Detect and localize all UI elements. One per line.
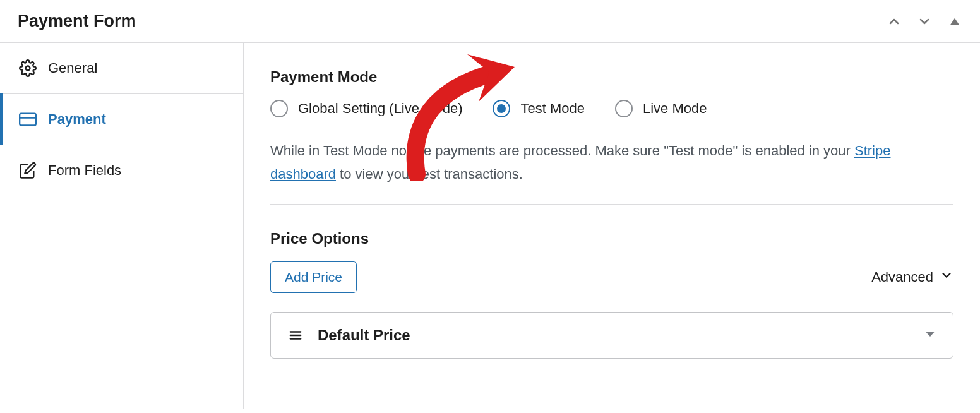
payment-mode-radios: Global Setting (Live Mode) Test Mode Liv…	[270, 100, 953, 117]
sidebar-item-label: Form Fields	[48, 162, 121, 179]
price-item-default[interactable]: Default Price	[270, 312, 953, 359]
price-options-title: Price Options	[270, 230, 953, 248]
sidebar-item-label: Payment	[48, 111, 106, 128]
panel-move-up-icon[interactable]	[887, 14, 902, 29]
chevron-down-icon	[940, 268, 953, 286]
panel-move-down-icon[interactable]	[917, 14, 932, 29]
gear-icon	[19, 59, 37, 77]
add-price-button[interactable]: Add Price	[270, 261, 357, 293]
price-options-header-row: Add Price Advanced	[270, 261, 953, 293]
radio-icon	[493, 100, 510, 117]
svg-marker-0	[950, 18, 960, 25]
advanced-toggle[interactable]: Advanced	[871, 268, 953, 286]
radio-label: Live Mode	[643, 100, 707, 117]
panel-collapse-icon[interactable]	[947, 14, 962, 29]
sidebar: General Payment Form Fields	[0, 43, 244, 409]
panel-header: Payment Form	[0, 0, 980, 43]
sidebar-item-label: General	[48, 60, 97, 76]
svg-point-1	[26, 66, 30, 71]
helper-text-before: While in Test Mode no live payments are …	[270, 143, 854, 159]
card-icon	[19, 111, 37, 128]
main-content: Payment Mode Global Setting (Live Mode) …	[244, 43, 980, 409]
helper-text-after: to view your test transactions.	[336, 166, 523, 182]
radio-global-setting[interactable]: Global Setting (Live Mode)	[270, 100, 462, 117]
divider	[270, 204, 953, 205]
drag-handle-icon[interactable]	[289, 328, 302, 342]
radio-label: Global Setting (Live Mode)	[298, 100, 462, 117]
caret-down-icon	[925, 329, 935, 342]
payment-mode-title: Payment Mode	[270, 68, 953, 86]
sidebar-item-form-fields[interactable]: Form Fields	[0, 145, 243, 196]
payment-mode-helper: While in Test Mode no live payments are …	[270, 139, 953, 186]
panel-actions	[887, 14, 962, 29]
panel-title: Payment Form	[18, 11, 136, 31]
svg-marker-7	[926, 332, 934, 336]
svg-rect-2	[20, 114, 36, 126]
edit-icon	[19, 162, 37, 179]
sidebar-item-general[interactable]: General	[0, 43, 243, 94]
radio-test-mode[interactable]: Test Mode	[493, 100, 585, 117]
advanced-label: Advanced	[871, 269, 933, 285]
radio-icon	[615, 100, 633, 117]
radio-label: Test Mode	[520, 100, 585, 117]
radio-icon	[270, 100, 288, 117]
price-item-label: Default Price	[318, 326, 910, 344]
radio-live-mode[interactable]: Live Mode	[615, 100, 707, 117]
sidebar-item-payment[interactable]: Payment	[0, 94, 243, 145]
